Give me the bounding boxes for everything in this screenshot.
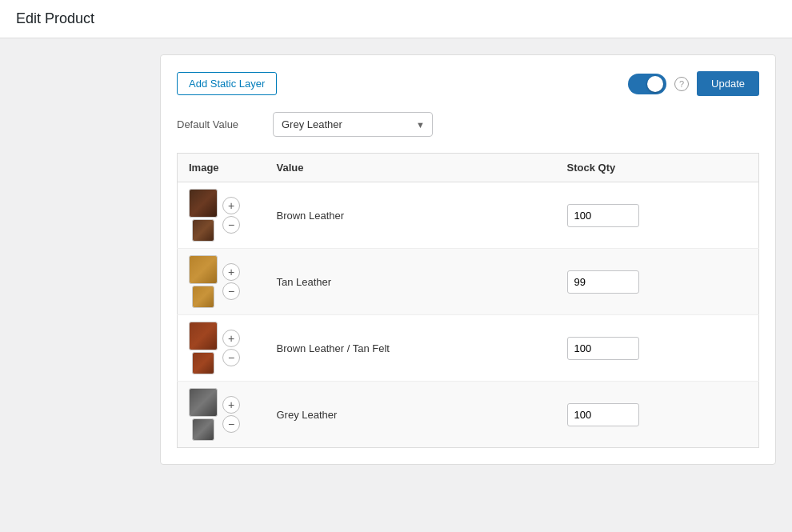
select-wrapper: Grey Leather Brown Leather Tan Leather B… [273, 112, 433, 137]
image-thumb-sub-3 [192, 352, 214, 374]
image-thumb-sub-4 [192, 418, 214, 441]
product-table: Image Value Stock Qty [177, 153, 759, 448]
col-value: Value [266, 154, 556, 182]
stock-qty-input-2[interactable] [567, 270, 639, 294]
image-thumb-main-2 [189, 255, 218, 284]
stock-qty-input-3[interactable] [567, 337, 639, 360]
remove-image-button-1[interactable]: − [222, 216, 240, 234]
add-static-layer-button[interactable]: Add Static Layer [177, 72, 277, 95]
help-icon[interactable]: ? [674, 77, 689, 91]
stock-qty-input-1[interactable] [567, 204, 639, 227]
add-image-button-1[interactable]: + [222, 197, 240, 214]
stock-qty-input-4[interactable] [567, 403, 639, 426]
table-row: + − Brown Leather [178, 182, 759, 249]
remove-image-button-4[interactable]: − [222, 415, 240, 433]
toggle-switch[interactable] [628, 74, 666, 94]
value-cell-4: Grey Leather [266, 382, 556, 448]
image-controls-3: + − [222, 330, 240, 366]
row-image-area-4: + − [189, 388, 254, 441]
stock-cell-1 [556, 182, 759, 249]
content-area: Add Static Layer ? Update Default Value … [0, 38, 792, 481]
default-value-label: Default Value [177, 118, 257, 130]
image-controls-1: + − [222, 197, 240, 234]
value-cell-1: Brown Leather [266, 182, 556, 249]
image-cell-4: + − [178, 382, 266, 448]
default-value-row: Default Value Grey Leather Brown Leather… [177, 112, 759, 137]
value-cell-2: Tan Leather [266, 249, 556, 315]
image-thumb-sub-1 [192, 219, 214, 242]
table-body: + − Brown Leather [178, 182, 759, 448]
top-bar: Edit Product [0, 0, 792, 38]
image-stack-2 [189, 255, 218, 308]
image-stack-3 [189, 322, 218, 374]
update-button[interactable]: Update [697, 71, 759, 96]
add-image-button-3[interactable]: + [222, 330, 240, 347]
card: Add Static Layer ? Update Default Value … [160, 54, 776, 465]
value-cell-3: Brown Leather / Tan Felt [266, 315, 556, 382]
table-row: + − Brown Leather / Tan Felt [178, 315, 759, 382]
col-image: Image [178, 154, 266, 182]
image-controls-2: + − [222, 263, 240, 300]
image-thumb-main-4 [189, 388, 218, 417]
add-image-button-2[interactable]: + [222, 263, 240, 281]
table-header: Image Value Stock Qty [178, 154, 759, 182]
image-controls-4: + − [222, 396, 240, 433]
image-cell-3: + − [178, 315, 266, 382]
toolbar-right: ? Update [628, 71, 759, 96]
image-cell-1: + − [178, 182, 266, 249]
table-row: + − Grey Leather [178, 382, 759, 448]
col-stock-qty: Stock Qty [556, 154, 759, 182]
default-value-select[interactable]: Grey Leather Brown Leather Tan Leather B… [273, 112, 433, 137]
row-image-area-1: + − [189, 189, 254, 242]
table-header-row: Image Value Stock Qty [178, 154, 759, 182]
table-row: + − Tan Leather [178, 249, 759, 315]
image-cell-2: + − [178, 249, 266, 315]
row-image-area-2: + − [189, 255, 254, 308]
add-image-button-4[interactable]: + [222, 396, 240, 414]
row-image-area-3: + − [189, 322, 254, 374]
stock-cell-3 [556, 315, 759, 382]
page-title: Edit Product [16, 10, 94, 27]
image-thumb-main-1 [189, 189, 218, 218]
stock-cell-4 [556, 382, 759, 448]
stock-cell-2 [556, 249, 759, 315]
image-stack-4 [189, 388, 218, 441]
remove-image-button-3[interactable]: − [222, 349, 240, 366]
toolbar: Add Static Layer ? Update [177, 71, 759, 96]
image-thumb-sub-2 [192, 286, 214, 308]
image-thumb-main-3 [189, 322, 218, 350]
toggle-slider [628, 74, 666, 94]
remove-image-button-2[interactable]: − [222, 282, 240, 300]
image-stack-1 [189, 189, 218, 242]
